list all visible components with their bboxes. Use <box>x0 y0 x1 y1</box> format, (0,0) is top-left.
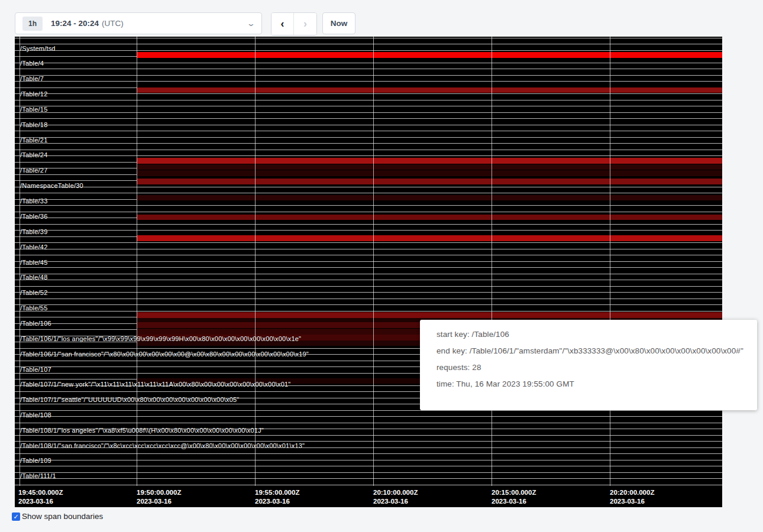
chevron-down-icon: ⌄ <box>247 19 256 28</box>
row-label: /Table/18 <box>20 121 47 128</box>
row-label: /Table/108 <box>20 411 51 419</box>
row-label: /NamespaceTable/30 <box>20 182 83 189</box>
row-label: /Table/33 <box>20 197 47 205</box>
time-axis: 19:45:00.000Z2023-03-1619:50:00.000Z2023… <box>15 486 722 507</box>
row-label: /Table/107/1/"seattle"/"UUUUUUD\x00\x80\… <box>20 396 239 403</box>
row-label: /Table/24 <box>20 151 47 158</box>
row-label: /Table/7 <box>20 75 44 82</box>
row-label: /Table/106 <box>20 320 51 327</box>
row-label: /Table/12 <box>20 90 47 98</box>
heat-strip[interactable] <box>137 179 722 184</box>
row-label: /Table/55 <box>20 304 47 312</box>
row-label: /Table/107/1/"new york"/"\x11\x11\x11\x1… <box>20 381 290 388</box>
heat-strip[interactable] <box>137 52 722 58</box>
time-range-label: 19:24 - 20:24 <box>51 19 99 28</box>
heat-strip[interactable] <box>137 235 722 241</box>
heat-strip[interactable] <box>137 215 722 220</box>
row-label: /Table/42 <box>20 244 47 251</box>
heat-strip[interactable] <box>137 87 722 93</box>
axis-tick: 20:10:00.000Z2023-03-16 <box>373 488 418 506</box>
show-span-boundaries-checkbox[interactable]: ✓ <box>12 512 20 521</box>
row-label: /Table/4 <box>20 60 44 67</box>
tooltip-start-key: start key: /Table/106 <box>437 330 751 339</box>
heat-strip[interactable] <box>137 195 722 200</box>
row-label: /Table/52 <box>20 289 47 296</box>
axis-tick: 20:20:00.000Z2023-03-16 <box>610 488 654 506</box>
row-label: /System/tsd <box>20 45 56 52</box>
bucket-tooltip: start key: /Table/106 end key: /Table/10… <box>420 320 757 410</box>
row-label: /Table/106/1/"san francisco"/"\x80\x00\x… <box>20 351 309 358</box>
row-label: /Table/27 <box>20 167 47 174</box>
heat-strip[interactable] <box>137 158 722 164</box>
heat-strip[interactable] <box>137 164 722 170</box>
row-label: /Table/108/1/"los angeles"/"\xa8\xf5\u00… <box>20 427 264 434</box>
tooltip-time: time: Thu, 16 Mar 2023 19:55:00 GMT <box>437 379 751 388</box>
row-label: /Table/36 <box>20 213 47 220</box>
row-label: /Table/15 <box>20 106 47 113</box>
footer-controls: ✓ Show span boundaries <box>12 512 103 521</box>
time-bucket-gridline <box>137 37 137 486</box>
heatmap-plot[interactable]: /System/tsd/Table/4/Table/7/Table/12/Tab… <box>15 37 722 486</box>
time-nav-group: ‹ › <box>271 12 317 35</box>
tooltip-requests: requests: 28 <box>437 363 751 372</box>
row-label: /Table/109 <box>20 457 51 464</box>
row-label: /Table/108/1/"san francisco"/"\x8c\xcc\x… <box>20 442 305 449</box>
tooltip-end-key: end key: /Table/106/1/"amsterdam"/"\xb33… <box>437 346 751 355</box>
time-bucket-gridline <box>255 37 256 486</box>
axis-tick: 19:55:00.000Z2023-03-16 <box>255 488 299 506</box>
prev-timeframe-button[interactable]: ‹ <box>271 13 294 35</box>
key-visualizer-canvas[interactable]: /System/tsd/Table/4/Table/7/Table/12/Tab… <box>15 37 722 507</box>
heat-strip[interactable] <box>137 312 722 318</box>
row-label: /Table/45 <box>20 259 47 266</box>
time-range-selector[interactable]: 1h 19:24 - 20:24 (UTC) ⌄ <box>15 12 262 34</box>
time-bucket-gridline <box>492 37 492 486</box>
axis-tick: 19:50:00.000Z2023-03-16 <box>137 488 181 506</box>
axis-tick: 20:15:00.000Z2023-03-16 <box>492 488 536 506</box>
row-label: /Table/107 <box>20 366 51 373</box>
time-bucket-gridline <box>610 37 610 486</box>
axis-tick: 19:45:00.000Z2023-03-16 <box>18 488 63 506</box>
row-label: /Table/39 <box>20 228 47 235</box>
timezone-label: (UTC) <box>102 19 124 28</box>
row-label: /Table/48 <box>20 274 47 281</box>
heat-strip[interactable] <box>137 170 722 176</box>
time-bucket-gridline <box>373 37 374 486</box>
duration-badge: 1h <box>22 17 43 31</box>
row-label: /Table/21 <box>20 137 47 144</box>
row-label: /Table/106/1/"los angeles"/"\x99\x99\x99… <box>20 335 301 342</box>
next-timeframe-button[interactable]: › <box>294 13 316 35</box>
now-button[interactable]: Now <box>322 12 355 34</box>
span-boundary-lines <box>15 38 722 486</box>
row-label: /Table/111/1 <box>20 472 56 479</box>
show-span-boundaries-label: Show span boundaries <box>22 512 103 521</box>
